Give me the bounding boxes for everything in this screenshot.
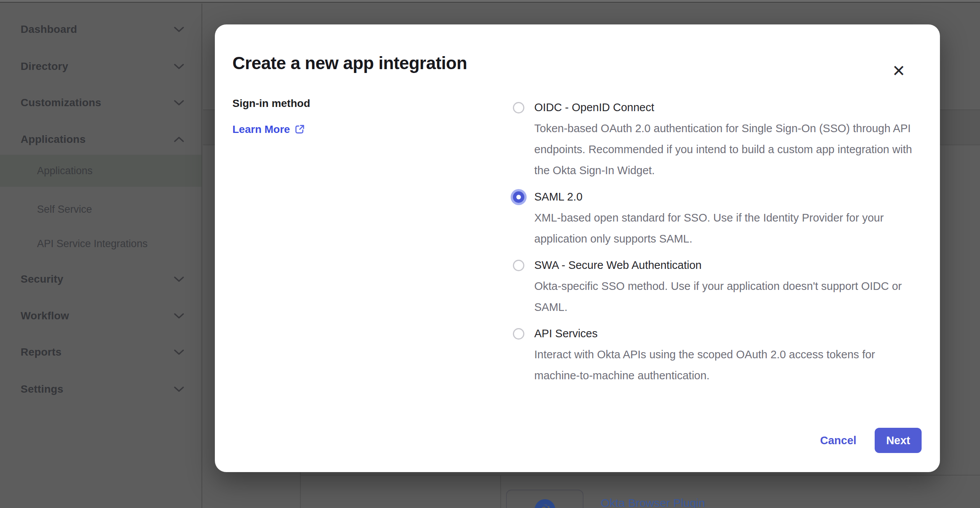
- close-icon[interactable]: ✕: [889, 61, 909, 81]
- sidebar-item-customizations[interactable]: Customizations: [0, 92, 201, 113]
- sidebar-item-directory[interactable]: Directory: [0, 56, 201, 77]
- content-divider-vertical: [500, 476, 501, 508]
- sidebar-item-settings[interactable]: Settings: [0, 379, 201, 400]
- option-swa[interactable]: SWA - Secure Web Authentication Okta-spe…: [513, 255, 922, 318]
- content-divider-horizontal: [301, 475, 980, 476]
- option-api-services-label[interactable]: API Services: [534, 323, 916, 344]
- learn-more-text: Learn More: [232, 123, 290, 136]
- dialog-body: Sign-in method Learn More OIDC - OpenID …: [232, 97, 922, 386]
- external-link-icon: [295, 124, 305, 134]
- option-swa-description: Okta-specific SSO method. Use if your ap…: [534, 276, 916, 318]
- okta-plugin-icon: [534, 498, 556, 508]
- sidebar-item-security[interactable]: Security: [0, 269, 201, 290]
- content-divider-vertical: [300, 472, 301, 508]
- option-saml-label[interactable]: SAML 2.0: [534, 186, 916, 207]
- dialog-footer: Cancel Next: [820, 428, 922, 453]
- radio-api-services[interactable]: [513, 328, 524, 340]
- dialog-title: Create a new app integration: [232, 53, 922, 73]
- create-app-integration-dialog: ✕ Create a new app integration Sign-in m…: [215, 24, 940, 472]
- option-oidc[interactable]: OIDC - OpenID Connect Token-based OAuth …: [513, 97, 922, 181]
- sidebar-subitem-applications[interactable]: Applications: [0, 155, 201, 187]
- sign-in-method-options: OIDC - OpenID Connect Token-based OAuth …: [513, 97, 922, 386]
- radio-saml-selected[interactable]: [513, 191, 524, 203]
- chevron-down-icon: [174, 27, 184, 32]
- learn-more-link[interactable]: Learn More: [232, 123, 305, 136]
- option-api-services[interactable]: API Services Interact with Okta APIs usi…: [513, 323, 922, 386]
- sign-in-method-column: Sign-in method Learn More: [232, 97, 513, 386]
- cancel-button[interactable]: Cancel: [820, 434, 856, 447]
- sidebar-item-applications[interactable]: Applications: [0, 129, 201, 150]
- chevron-up-icon: [174, 137, 184, 142]
- option-saml[interactable]: SAML 2.0 XML-based open standard for SSO…: [513, 186, 922, 249]
- chevron-down-icon: [174, 313, 184, 319]
- option-saml-description: XML-based open standard for SSO. Use if …: [534, 207, 916, 249]
- option-api-services-description: Interact with Okta APIs using the scoped…: [534, 344, 916, 386]
- chevron-down-icon: [174, 349, 184, 355]
- radio-oidc[interactable]: [513, 102, 524, 113]
- option-oidc-description: Token-based OAuth 2.0 authentication for…: [534, 118, 916, 181]
- top-bar: [0, 0, 980, 3]
- okta-browser-plugin-link[interactable]: Okta Browser Plugin: [601, 497, 705, 508]
- okta-browser-plugin-card[interactable]: [506, 490, 583, 508]
- next-button[interactable]: Next: [875, 428, 922, 453]
- chevron-down-icon: [174, 64, 184, 69]
- chevron-down-icon: [174, 277, 184, 282]
- option-swa-label[interactable]: SWA - Secure Web Authentication: [534, 255, 916, 276]
- sidebar-item-workflow[interactable]: Workflow: [0, 305, 201, 327]
- sidebar-item-reports[interactable]: Reports: [0, 341, 201, 363]
- option-oidc-label[interactable]: OIDC - OpenID Connect: [534, 97, 916, 118]
- sidebar: Dashboard Directory Customizations Appli…: [0, 3, 202, 508]
- sidebar-item-dashboard[interactable]: Dashboard: [0, 19, 201, 40]
- sidebar-subitem-api-service-integrations[interactable]: API Service Integrations: [0, 233, 201, 254]
- sign-in-method-label: Sign-in method: [232, 97, 513, 110]
- sidebar-subitem-self-service[interactable]: Self Service: [0, 199, 201, 220]
- chevron-down-icon: [174, 387, 184, 392]
- chevron-down-icon: [174, 100, 184, 105]
- radio-swa[interactable]: [513, 260, 524, 271]
